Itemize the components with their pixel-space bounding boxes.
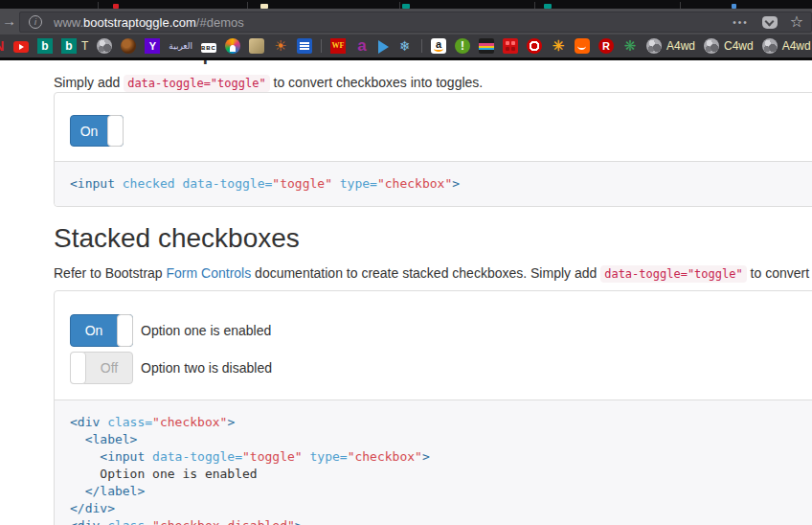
amazon-icon: a <box>431 38 446 54</box>
lego-icon <box>503 38 518 54</box>
bookmark-tan[interactable] <box>249 38 264 54</box>
bookmark-bing[interactable]: bT <box>61 38 88 54</box>
toggle-on-label: On <box>71 116 107 146</box>
url-text[interactable]: www.bootstraptoggle.com/#demos <box>54 15 733 30</box>
yahoo-icon: Y <box>145 38 160 54</box>
tan-icon <box>249 38 264 54</box>
bookmark-label: A4wd <box>666 39 695 53</box>
bookmark-bbc[interactable]: BBC <box>201 40 216 53</box>
toggle-option-one[interactable]: On <box>70 314 133 347</box>
bookmark-twc[interactable] <box>297 38 312 54</box>
bookmark-yahoo[interactable]: Y <box>145 38 160 54</box>
basic-example-panel: On <input checked data-toggle="toggle" t… <box>54 92 812 207</box>
swirl-icon <box>121 38 136 54</box>
bookmark-globe[interactable]: C4wd <box>704 38 754 54</box>
code-block-basic: <input checked data-toggle="toggle" type… <box>55 161 812 206</box>
code-block-stacked: <div class="checkbox"> <label> <input da… <box>55 399 812 525</box>
stacked-paragraph: Refer to Bootstrap Form Controls documen… <box>54 263 812 284</box>
bookmark-globe[interactable]: A4wd <box>762 38 811 54</box>
toggle-handle[interactable] <box>70 352 86 384</box>
bookmark-globe[interactable] <box>97 38 112 54</box>
bookmark-smile[interactable] <box>575 38 590 54</box>
tab-separator <box>247 2 248 9</box>
page-actions-icon[interactable]: ••• <box>733 17 749 28</box>
code-line: <input data-toggle="toggle" type="checkb… <box>70 448 812 466</box>
intro-text: to convert checkboxes into toggles. <box>270 75 484 90</box>
bookmark-amazon[interactable]: a <box>431 38 446 54</box>
tab-separator <box>399 2 400 9</box>
tab-separator <box>680 2 681 9</box>
intro-paragraph: Simply add data-toggle="toggle" to conve… <box>54 73 812 93</box>
navigation-toolbar: → i www.bootstraptoggle.com/#demos ••• ☆ <box>0 9 812 34</box>
apurple-icon: a <box>354 38 370 54</box>
bookmark-globe[interactable]: A4wd <box>646 38 695 54</box>
code-line: <div class="checkbox"> <box>70 414 812 431</box>
sun-icon: ☀ <box>273 38 288 54</box>
form-controls-link[interactable]: Form Controls <box>167 265 252 281</box>
excl-icon: ! <box>455 38 470 54</box>
bookmark-snow[interactable]: ❄ <box>397 38 413 54</box>
bookmark-youtube[interactable] <box>13 39 29 53</box>
bookmark-fly[interactable]: ❋ <box>622 38 638 54</box>
option-label: Option two is disabled <box>141 360 272 376</box>
intro-text: Simply add <box>54 75 124 90</box>
smile-icon <box>575 38 590 54</box>
fly-icon: ❋ <box>622 38 638 54</box>
bbc-icon: BBC <box>201 43 216 53</box>
bookmark-label: A4wd <box>782 39 811 53</box>
bookmark-netflix[interactable]: N <box>0 38 5 54</box>
spark-icon: ✳ <box>551 38 566 54</box>
url-bar[interactable]: i www.bootstraptoggle.com/#demos ••• ☆ <box>19 11 812 33</box>
bookmark-bag[interactable] <box>479 38 494 54</box>
code-line: <label> <box>70 431 812 448</box>
toggle-on[interactable]: On <box>70 115 124 147</box>
bookmark-play[interactable] <box>378 39 389 54</box>
checkbox-row: On Option one is enabled <box>70 314 812 347</box>
bookmark-apurple[interactable]: a <box>354 38 370 54</box>
option-label: Option one is enabled <box>141 323 271 338</box>
bookmark-wf[interactable]: WF <box>330 38 346 54</box>
bookmark-excl[interactable]: ! <box>455 38 470 54</box>
stacked-text: documentation to create stacked checkbox… <box>251 265 600 281</box>
url-prefix: www. <box>54 15 83 30</box>
toggle-on-label: On <box>71 315 117 346</box>
tab-separator <box>98 2 99 9</box>
bookmark-lego[interactable] <box>503 38 518 54</box>
toggle-handle[interactable] <box>117 314 133 347</box>
url-path: /#demos <box>196 15 244 30</box>
bookmark-spark[interactable]: ✳ <box>551 38 566 54</box>
bing-icon: b <box>61 38 77 54</box>
bookmark-bing[interactable]: b <box>37 38 53 54</box>
toggle-handle[interactable] <box>107 115 124 147</box>
play-icon <box>378 40 389 54</box>
site-info-icon[interactable]: i <box>29 15 42 29</box>
code-line: </label> <box>70 483 812 500</box>
page-content: Basic example Simply add data-toggle="to… <box>0 60 812 525</box>
pocket-icon[interactable] <box>762 16 778 29</box>
forward-button[interactable]: → <box>2 12 16 29</box>
tab-bar[interactable] <box>0 0 812 9</box>
inline-code: data-toggle="toggle" <box>124 75 270 92</box>
bookmark-peacock[interactable] <box>225 38 240 54</box>
code-line: <input checked data-toggle="toggle" type… <box>70 175 812 193</box>
rakuten-icon: R <box>598 38 614 54</box>
globe-icon <box>704 38 719 54</box>
bookmark-swirl[interactable] <box>121 38 136 54</box>
stacked-example-demo: On Option one is enabled Off Option two … <box>55 291 812 399</box>
bookmark-rakuten[interactable]: R <box>598 38 614 54</box>
code-line: </div> <box>70 500 812 517</box>
bookmark-separator <box>321 39 322 53</box>
stacked-text: to convert checkboxes into toggles. <box>747 265 812 281</box>
bookmark-sun[interactable]: ☀ <box>273 38 288 54</box>
bookmark-arabic[interactable]: العربية <box>169 38 192 54</box>
section-heading-stacked: Stacked checkboxes <box>54 223 300 254</box>
bookmark-star-icon[interactable]: ☆ <box>790 12 803 32</box>
checkbox-row: Off Option two is disabled <box>70 352 812 384</box>
target-icon <box>527 38 542 54</box>
basic-example-demo: On <box>55 93 812 161</box>
bookmark-target[interactable] <box>527 38 542 54</box>
stacked-text: Refer to Bootstrap <box>54 265 167 281</box>
bag-icon <box>479 38 494 54</box>
code-line: Option one is enabled <box>70 466 812 483</box>
toggle-option-two[interactable]: Off <box>70 352 133 384</box>
